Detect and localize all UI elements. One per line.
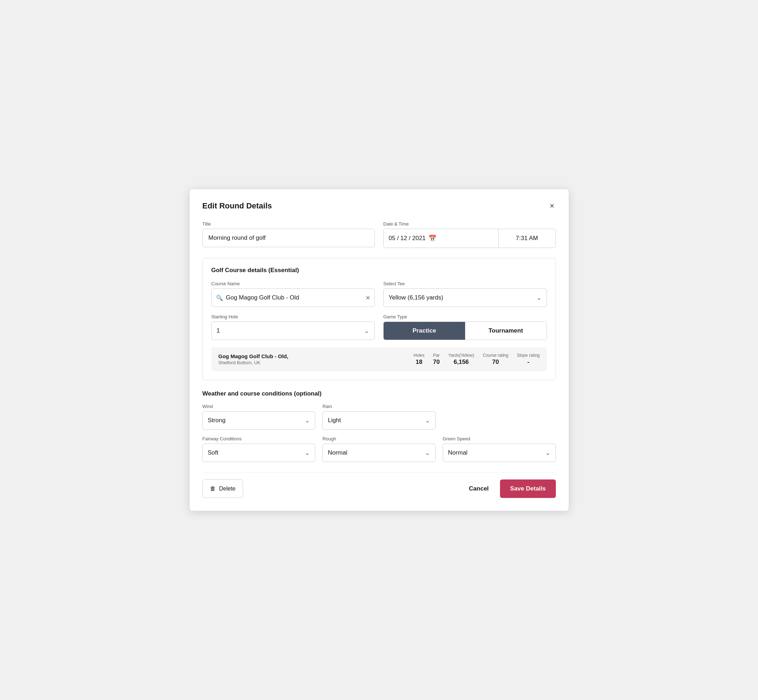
course-info-name-text: Gog Magog Golf Club - Old,: [219, 353, 405, 359]
golf-course-section: Golf Course details (Essential) Course N…: [202, 258, 556, 380]
starting-hole-game-type-row: Starting Hole 1 ⌄ Game Type Practice Tou…: [211, 314, 547, 340]
rain-label: Rain: [323, 404, 435, 409]
select-tee-label: Select Tee: [383, 281, 547, 286]
chevron-down-icon-rough: ⌄: [425, 449, 430, 457]
course-info-name: Gog Magog Golf Club - Old, Shelford Bott…: [219, 353, 405, 365]
fairway-field: Fairway Conditions Soft ⌄: [202, 436, 316, 462]
course-name-label: Course Name: [211, 281, 375, 286]
tournament-toggle-btn[interactable]: Tournament: [465, 322, 547, 340]
datetime-field-group: Date & Time 05 / 12 / 2021 📅 7:31 AM: [383, 221, 556, 248]
wind-value: Strong: [208, 417, 305, 424]
date-sep1: /: [397, 235, 400, 242]
weather-section: Weather and course conditions (optional)…: [202, 390, 556, 462]
yards-label: Yards(Yellow): [448, 353, 475, 358]
modal-title: Edit Round Details: [202, 201, 272, 211]
holes-label: Holes: [413, 353, 424, 358]
rain-dropdown[interactable]: Light ⌄: [323, 411, 435, 430]
chevron-down-icon: ⌄: [536, 294, 542, 302]
practice-toggle-btn[interactable]: Practice: [384, 322, 465, 340]
course-rating-value: 70: [492, 359, 499, 366]
calendar-icon: 📅: [429, 234, 436, 242]
yards-stat: Yards(Yellow) 6,156: [448, 353, 475, 366]
select-tee-value: Yellow (6,156 yards): [388, 294, 536, 301]
par-label: Par: [433, 353, 440, 358]
game-type-field: Game Type Practice Tournament: [383, 314, 547, 340]
rough-field: Rough Normal ⌄: [323, 436, 435, 462]
course-name-input[interactable]: [226, 294, 363, 301]
par-stat: Par 70: [433, 353, 440, 366]
chevron-down-icon-fairway: ⌄: [305, 449, 310, 457]
cancel-button[interactable]: Cancel: [465, 485, 493, 492]
slope-rating-stat: Slope rating -: [517, 353, 539, 366]
delete-button[interactable]: 🗑 Delete: [202, 480, 243, 498]
modal-header: Edit Round Details ×: [202, 201, 556, 211]
holes-value: 18: [416, 359, 423, 366]
fairway-label: Fairway Conditions: [202, 436, 316, 441]
select-tee-dropdown[interactable]: Yellow (6,156 yards) ⌄: [383, 289, 547, 307]
close-button[interactable]: ×: [548, 201, 556, 211]
footer-right: Cancel Save Details: [465, 480, 556, 498]
course-info-row: Gog Magog Golf Club - Old, Shelford Bott…: [211, 347, 547, 371]
chevron-down-icon-rain: ⌄: [425, 417, 430, 424]
time-input-wrapper[interactable]: 7:31 AM: [498, 229, 556, 248]
rain-value: Light: [328, 417, 425, 424]
date-sep2: /: [409, 235, 412, 242]
date-input-wrapper[interactable]: 05 / 12 / 2021 📅: [384, 229, 498, 248]
rain-field: Rain Light ⌄: [323, 404, 435, 430]
date-month: 05: [388, 235, 395, 242]
yards-value: 6,156: [454, 359, 469, 366]
starting-hole-label: Starting Hole: [211, 314, 375, 319]
green-speed-label: Green Speed: [443, 436, 556, 441]
chevron-down-icon-hole: ⌄: [364, 327, 370, 335]
course-name-tee-row: Course Name 🔍 ✕ Select Tee Yellow (6,156…: [211, 281, 547, 307]
course-rating-label: Course rating: [482, 353, 508, 358]
time-text: 7:31 AM: [516, 235, 538, 242]
title-label: Title: [202, 221, 375, 227]
chevron-down-icon-green: ⌄: [545, 449, 551, 457]
slope-rating-label: Slope rating: [517, 353, 539, 358]
select-tee-field: Select Tee Yellow (6,156 yards) ⌄: [383, 281, 547, 307]
starting-hole-dropdown[interactable]: 1 ⌄: [211, 322, 375, 340]
game-type-label: Game Type: [383, 314, 547, 319]
chevron-down-icon-wind: ⌄: [305, 417, 310, 424]
edit-round-modal: Edit Round Details × Title Date & Time 0…: [190, 189, 568, 511]
starting-hole-field: Starting Hole 1 ⌄: [211, 314, 375, 340]
starting-hole-value: 1: [217, 327, 365, 334]
clear-icon[interactable]: ✕: [365, 295, 370, 301]
wind-label: Wind: [202, 404, 316, 409]
course-name-search-wrapper[interactable]: 🔍 ✕: [211, 289, 375, 307]
top-row: Title Date & Time 05 / 12 / 2021 📅 7: [202, 221, 556, 248]
course-name-field: Course Name 🔍 ✕: [211, 281, 375, 307]
wind-field: Wind Strong ⌄: [202, 404, 316, 430]
fairway-dropdown[interactable]: Soft ⌄: [202, 444, 316, 462]
title-input[interactable]: [202, 229, 375, 247]
date-day: 12: [400, 235, 407, 242]
datetime-inputs: 05 / 12 / 2021 📅 7:31 AM: [383, 229, 556, 248]
holes-stat: Holes 18: [413, 353, 424, 366]
course-rating-stat: Course rating 70: [482, 353, 508, 366]
slope-rating-value: -: [528, 359, 529, 366]
green-speed-value: Normal: [448, 449, 545, 456]
datetime-label: Date & Time: [383, 221, 556, 227]
search-icon: 🔍: [216, 295, 223, 301]
fairway-rough-green-row: Fairway Conditions Soft ⌄ Rough Normal ⌄…: [202, 436, 556, 462]
title-field-group: Title: [202, 221, 375, 248]
trash-icon: 🗑: [210, 486, 216, 492]
game-type-toggle: Practice Tournament: [383, 322, 547, 340]
rough-label: Rough: [323, 436, 435, 441]
save-details-button[interactable]: Save Details: [500, 480, 556, 498]
course-info-location: Shelford Bottom, UK: [219, 360, 405, 365]
golf-course-section-title: Golf Course details (Essential): [211, 267, 547, 274]
fairway-value: Soft: [208, 449, 305, 456]
date-text: 05 / 12 / 2021: [388, 235, 426, 242]
delete-label: Delete: [219, 486, 236, 492]
green-speed-dropdown[interactable]: Normal ⌄: [443, 444, 556, 462]
rough-value: Normal: [328, 449, 425, 456]
rough-dropdown[interactable]: Normal ⌄: [323, 444, 435, 462]
footer-row: 🗑 Delete Cancel Save Details: [202, 472, 556, 498]
par-value: 70: [433, 359, 440, 366]
wind-dropdown[interactable]: Strong ⌄: [202, 411, 316, 430]
wind-rain-row: Wind Strong ⌄ Rain Light ⌄: [202, 404, 556, 430]
weather-section-title: Weather and course conditions (optional): [202, 390, 556, 397]
date-year: 2021: [412, 235, 426, 242]
